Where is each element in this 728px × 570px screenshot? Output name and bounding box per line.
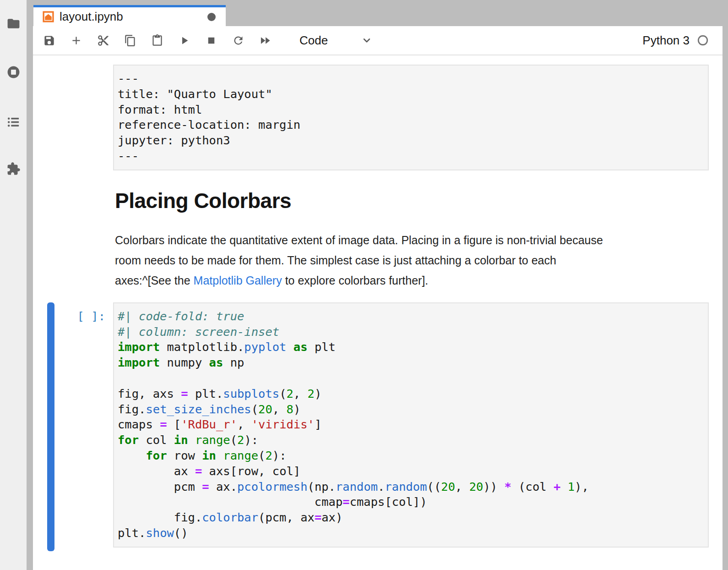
cut-cell-icon[interactable] bbox=[95, 32, 111, 49]
md-text: axes:^[See the bbox=[115, 274, 194, 287]
kernel-idle-icon bbox=[697, 34, 709, 46]
md-paragraph: Colorbars indicate the quantitative exte… bbox=[115, 230, 695, 290]
cell-type-label: Code bbox=[299, 33, 328, 48]
code-cell-editor[interactable]: #| code-fold: true#| column: screen-inse… bbox=[114, 303, 708, 547]
right-gutter bbox=[723, 0, 728, 570]
save-icon[interactable] bbox=[41, 32, 57, 49]
notebook-toolbar: Code Python 3 bbox=[33, 26, 723, 55]
puzzle-icon[interactable] bbox=[5, 160, 22, 177]
notebook-content: ---title: "Quarto Layout"format: htmlref… bbox=[33, 65, 723, 552]
dock-tab-bar: layout.ipynb bbox=[33, 0, 723, 26]
kernel-name[interactable]: Python 3 bbox=[642, 33, 690, 48]
markdown-cell: Placing Colorbars Colorbars indicate the… bbox=[115, 190, 695, 290]
sidebar-divider bbox=[27, 0, 33, 570]
raw-cell[interactable]: ---title: "Quarto Layout"format: htmlref… bbox=[113, 65, 709, 170]
code-cell-input[interactable]: #| code-fold: true#| column: screen-inse… bbox=[113, 302, 709, 548]
insert-cell-icon[interactable] bbox=[68, 32, 84, 49]
restart-kernel-icon[interactable] bbox=[230, 32, 246, 49]
unsaved-changes-indicator[interactable] bbox=[207, 13, 216, 21]
notebook-file-icon bbox=[43, 11, 54, 22]
md-text-line: room needs to be made for them. The simp… bbox=[115, 250, 695, 270]
md-text-line: Colorbars indicate the quantitative exte… bbox=[115, 230, 695, 250]
tab-title: layout.ipynb bbox=[60, 10, 123, 24]
md-text: to explore colorbars further]. bbox=[282, 274, 429, 287]
matplotlib-gallery-link[interactable]: Matplotlib Gallery bbox=[194, 274, 282, 287]
input-prompt: [ ]: bbox=[60, 309, 105, 324]
left-activity-bar bbox=[0, 0, 27, 570]
run-icon[interactable] bbox=[176, 32, 192, 49]
folder-icon[interactable] bbox=[5, 15, 22, 32]
list-icon[interactable] bbox=[5, 114, 22, 130]
copy-cell-icon[interactable] bbox=[122, 32, 138, 49]
cell-type-select[interactable]: Code bbox=[299, 33, 373, 48]
md-text-line: axes:^[See the Matplotlib Gallery to exp… bbox=[115, 270, 695, 290]
tab-layout-ipynb[interactable]: layout.ipynb bbox=[33, 5, 226, 26]
stop-icon[interactable] bbox=[203, 32, 219, 49]
run-all-icon[interactable] bbox=[257, 32, 273, 49]
code-cell: [ ]: #| code-fold: true#| column: screen… bbox=[33, 302, 723, 552]
paste-cell-icon[interactable] bbox=[149, 32, 165, 49]
cell-collapser[interactable] bbox=[47, 302, 54, 551]
md-heading: Placing Colorbars bbox=[115, 190, 695, 212]
raw-cell-editor[interactable]: ---title: "Quarto Layout"format: htmlref… bbox=[114, 66, 708, 170]
chevron-down-icon bbox=[361, 34, 373, 46]
dock-panel: layout.ipynb bbox=[33, 0, 723, 570]
stop-circle-icon[interactable] bbox=[5, 64, 22, 80]
jupyterlab-app: layout.ipynb bbox=[0, 0, 728, 570]
